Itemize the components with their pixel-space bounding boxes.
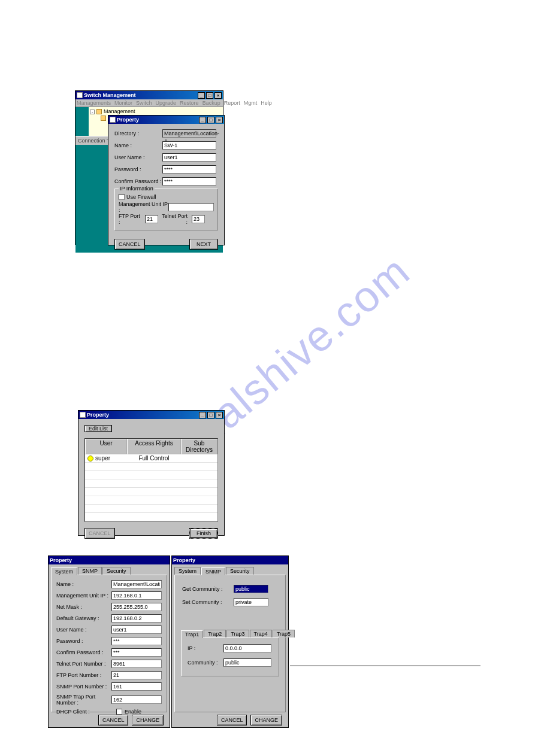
trap-panel: IP : Community : xyxy=(181,637,279,676)
minimize-icon[interactable]: _ xyxy=(199,117,206,123)
maximize-icon[interactable]: □ xyxy=(207,117,214,123)
tab-trap4[interactable]: Trap4 xyxy=(250,630,272,637)
snmp-trap-port-label: SNMP Trap Port Number : xyxy=(56,694,111,706)
tab-security[interactable]: Security xyxy=(226,567,254,575)
minimize-icon[interactable]: _ xyxy=(199,412,206,418)
dialog-title: Property xyxy=(173,557,287,563)
tab-trap2[interactable]: Trap2 xyxy=(204,630,226,637)
folder-icon xyxy=(101,116,106,121)
tab-security[interactable]: Security xyxy=(102,567,131,575)
menu-switch[interactable]: Switch xyxy=(136,100,152,106)
table-row xyxy=(85,479,217,488)
col-user[interactable]: User xyxy=(85,439,127,454)
tab-snmp[interactable]: SNMP xyxy=(201,567,225,575)
tab-system[interactable]: System xyxy=(51,567,77,575)
menu-managements[interactable]: Managements xyxy=(77,100,111,106)
dialog-title: Property xyxy=(87,412,198,418)
confirm-password-input[interactable] xyxy=(111,648,162,657)
cancel-button[interactable]: CANCEL xyxy=(114,239,145,250)
edit-list-button[interactable]: Edit List xyxy=(84,425,112,432)
trap-tabs: Trap1 Trap2 Trap3 Trap4 Trap5 xyxy=(181,630,279,637)
name-label: Name : xyxy=(114,142,162,148)
menu-backup[interactable]: Backup xyxy=(202,100,220,106)
menu-mgmt[interactable]: Mgmt xyxy=(244,100,258,106)
finish-button[interactable]: Finish xyxy=(189,528,218,539)
dialog-title: Property xyxy=(117,117,198,123)
change-button[interactable]: CHANGE xyxy=(132,715,164,725)
ip-information-fieldset: IP Information Use Firewall Management U… xyxy=(114,189,218,230)
close-icon[interactable]: × xyxy=(216,117,223,123)
table-row xyxy=(85,471,217,479)
username-input[interactable] xyxy=(162,153,216,162)
menu-restore[interactable]: Restore xyxy=(180,100,199,106)
mgmt-ip-input[interactable] xyxy=(111,591,162,600)
cancel-button[interactable]: CANCEL xyxy=(217,715,247,725)
table-row[interactable]: super Full Control xyxy=(85,454,217,463)
maximize-icon[interactable]: □ xyxy=(206,92,213,99)
menubar: Managements Monitor Switch Upgrade Resto… xyxy=(75,99,223,107)
col-subdirs[interactable]: Sub Directorys xyxy=(181,439,217,454)
password-input[interactable] xyxy=(162,165,216,174)
password-label: Password : xyxy=(114,166,162,172)
menu-upgrade[interactable]: Upgrade xyxy=(156,100,177,106)
snmp-trap-port-input[interactable] xyxy=(111,696,162,704)
set-community-input[interactable] xyxy=(234,598,268,606)
close-icon[interactable]: × xyxy=(216,412,223,418)
password-label: Password : xyxy=(56,638,111,644)
col-rights[interactable]: Access Rights xyxy=(127,439,181,454)
tab-trap5[interactable]: Trap5 xyxy=(273,630,295,637)
trap-ip-label: IP : xyxy=(188,645,223,651)
get-community-input[interactable] xyxy=(234,585,268,593)
password-input[interactable] xyxy=(111,637,162,645)
cell-rights: Full Control xyxy=(127,454,181,462)
minimize-icon[interactable]: _ xyxy=(198,92,205,99)
menu-help[interactable]: Help xyxy=(261,100,272,106)
ftp-port-label: FTP Port : xyxy=(119,213,143,225)
table-row xyxy=(85,463,217,471)
mgmt-ip-input[interactable] xyxy=(168,203,214,211)
netmask-input[interactable] xyxy=(111,603,162,611)
username-label: User Name : xyxy=(56,627,111,633)
confirm-password-input[interactable] xyxy=(162,177,216,186)
user-icon xyxy=(87,456,93,462)
dhcp-enable-checkbox[interactable] xyxy=(116,709,122,715)
tab-trap3[interactable]: Trap3 xyxy=(226,630,249,637)
telnet-port-input[interactable] xyxy=(192,215,205,223)
use-firewall-label: Use Firewall xyxy=(126,194,156,200)
username-label: User Name : xyxy=(114,154,162,160)
snmp-port-input[interactable] xyxy=(111,682,162,691)
titlebar: Switch Management _ □ × xyxy=(75,91,223,99)
cancel-button[interactable]: CANCEL xyxy=(98,715,129,725)
trap-ip-input[interactable] xyxy=(223,644,271,652)
cell-subdirs xyxy=(181,454,217,462)
gateway-input[interactable] xyxy=(111,614,162,623)
mgmt-ip-label: Management Unit IP : xyxy=(119,201,168,213)
tab-snmp[interactable]: SNMP xyxy=(78,567,102,575)
cancel-button[interactable]: CANCEL xyxy=(84,528,115,539)
ftp-port-input[interactable] xyxy=(145,215,158,223)
change-button[interactable]: CHANGE xyxy=(250,715,282,725)
ftp-port-input[interactable] xyxy=(111,671,162,679)
trap-community-input[interactable] xyxy=(223,658,271,667)
close-icon[interactable]: × xyxy=(214,92,222,99)
maximize-icon[interactable]: □ xyxy=(207,412,214,418)
tab-system[interactable]: System xyxy=(174,567,201,575)
tree-root-label: Management xyxy=(104,108,135,115)
telnet-port-input[interactable] xyxy=(111,660,162,668)
use-firewall-checkbox[interactable] xyxy=(119,194,125,200)
menu-report[interactable]: Report xyxy=(224,100,240,106)
window-title: Switch Management xyxy=(84,92,197,98)
form-body: Directory : Management\Location-A Name :… xyxy=(108,124,224,235)
tree-root[interactable]: - Management xyxy=(90,108,222,115)
use-firewall-checkbox-row[interactable]: Use Firewall xyxy=(119,194,214,200)
ip-information-legend: IP Information xyxy=(119,186,155,192)
tab-trap1[interactable]: Trap1 xyxy=(181,630,203,638)
app-icon xyxy=(110,117,116,123)
tree-expand-icon[interactable]: - xyxy=(90,110,95,114)
name-input[interactable] xyxy=(162,141,216,150)
username-input[interactable] xyxy=(111,626,162,634)
folder-icon xyxy=(96,109,102,114)
next-button[interactable]: NEXT xyxy=(189,239,218,250)
menu-monitor[interactable]: Monitor xyxy=(114,100,132,106)
name-input[interactable] xyxy=(111,580,162,588)
